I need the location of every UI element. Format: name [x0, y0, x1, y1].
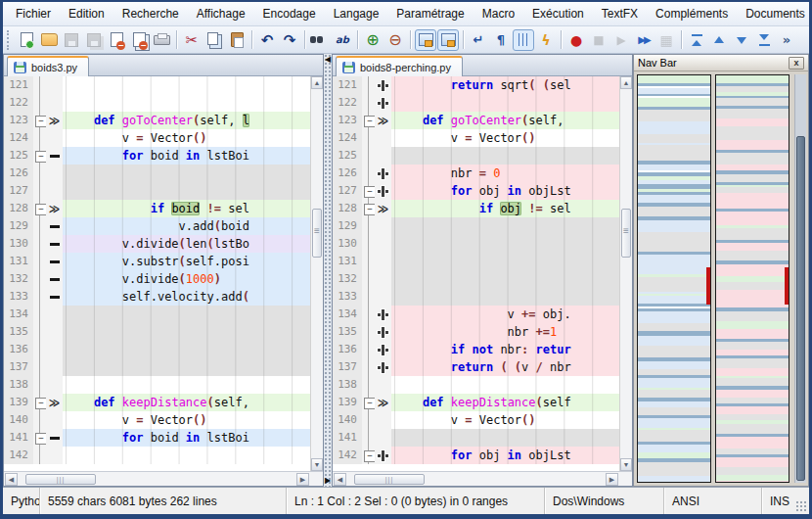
replace-button[interactable]: ab: [332, 29, 353, 51]
fold-collapse-box[interactable]: [362, 112, 375, 129]
code-text[interactable]: [63, 165, 310, 182]
left-hscroll-thumb[interactable]: [25, 474, 96, 485]
fold-collapse-box[interactable]: [362, 447, 375, 464]
menu-item-execution[interactable]: Exécution: [523, 3, 593, 24]
code-text[interactable]: [391, 270, 619, 288]
code-text[interactable]: v += obj.: [391, 306, 619, 323]
code-text[interactable]: [391, 288, 619, 306]
print-button[interactable]: [151, 29, 172, 51]
right-vertical-scrollbar[interactable]: ▲ ▼: [619, 76, 632, 471]
code-text[interactable]: v = Vector(): [391, 411, 619, 429]
code-text[interactable]: [63, 94, 310, 112]
code-text[interactable]: v.add(boid: [63, 217, 310, 235]
code-text[interactable]: [63, 182, 310, 200]
left-vscroll-thumb[interactable]: [312, 209, 322, 258]
scroll-left-arrow[interactable]: ◀: [334, 473, 346, 486]
code-text[interactable]: v = Vector(): [63, 129, 310, 147]
code-text[interactable]: def keepDistance(self: [391, 394, 619, 411]
code-text[interactable]: v = Vector(): [63, 411, 310, 429]
scroll-up-arrow[interactable]: ▲: [620, 76, 632, 89]
code-text[interactable]: [63, 76, 310, 94]
code-text[interactable]: [391, 235, 619, 253]
copy-button[interactable]: [203, 29, 225, 51]
code-text[interactable]: nbr +=1: [391, 323, 619, 341]
run-macro-multiple-button[interactable]: ▶▶: [633, 29, 654, 51]
fold-collapse-box[interactable]: [33, 200, 46, 217]
save-macro-button[interactable]: ▦: [655, 29, 677, 51]
navbar-column-right[interactable]: [715, 74, 789, 483]
fold-collapse-box[interactable]: [33, 394, 46, 411]
compare-next-diff-button[interactable]: [731, 29, 752, 51]
compare-last-diff-button[interactable]: [753, 29, 775, 51]
splitter-collapse-left-icon[interactable]: ◀: [324, 56, 332, 64]
code-text[interactable]: [391, 376, 619, 394]
paste-button[interactable]: [226, 29, 248, 51]
code-text[interactable]: [391, 429, 619, 447]
cut-button[interactable]: ✂: [181, 29, 203, 51]
zoom-in-button[interactable]: ⊕: [362, 29, 383, 51]
close-button[interactable]: [106, 29, 127, 51]
open-file-button[interactable]: [38, 29, 60, 51]
menu-item-documents[interactable]: Documents: [737, 3, 812, 24]
code-text[interactable]: v.substr(self.posi: [63, 253, 310, 270]
left-horizontal-scrollbar[interactable]: ◀ ▶: [4, 471, 323, 486]
code-text[interactable]: [391, 147, 619, 165]
fold-collapse-box[interactable]: [33, 429, 46, 447]
code-text[interactable]: [63, 306, 310, 323]
compare-first-diff-button[interactable]: [686, 29, 707, 51]
code-text[interactable]: nbr = 0: [391, 165, 619, 182]
code-text[interactable]: self.velocity.add(: [63, 288, 310, 306]
sync-vertical-scroll-button[interactable]: [415, 29, 436, 51]
show-all-characters-button[interactable]: ¶: [490, 29, 512, 51]
save-all-button[interactable]: [83, 29, 105, 51]
right-vscroll-thumb[interactable]: [621, 209, 631, 258]
scroll-left-arrow[interactable]: ◀: [5, 473, 18, 486]
redo-button[interactable]: ↷: [279, 29, 300, 51]
tab-boids8-perching[interactable]: boids8-perching.py: [336, 56, 463, 76]
scroll-right-arrow[interactable]: ▶: [606, 473, 618, 486]
code-text[interactable]: v.divide(1000): [63, 270, 310, 288]
sync-horizontal-scroll-button[interactable]: [437, 29, 459, 51]
zoom-out-button[interactable]: ⊖: [384, 29, 406, 51]
code-text[interactable]: [391, 94, 619, 112]
find-button[interactable]: [309, 29, 331, 51]
scroll-down-arrow[interactable]: ▼: [620, 458, 632, 471]
left-editor[interactable]: 121122123 def goToCenter(self, l124 v = …: [4, 76, 323, 471]
code-text[interactable]: [63, 447, 310, 464]
code-text[interactable]: for obj in objLst: [391, 182, 619, 200]
code-text[interactable]: return sqrt( (sel: [391, 76, 619, 94]
right-horizontal-scrollbar[interactable]: ◀ ▶: [333, 471, 632, 486]
menu-item-langage[interactable]: Langage: [325, 3, 388, 24]
code-text[interactable]: v.divide(len(lstBo: [63, 235, 310, 253]
word-wrap-button[interactable]: ↵: [468, 29, 489, 51]
menu-item-fichier[interactable]: Fichier: [7, 3, 60, 24]
code-text[interactable]: [63, 323, 310, 341]
pane-splitter[interactable]: ◀ ▶: [324, 54, 332, 487]
menu-item-macro[interactable]: Macro: [474, 3, 523, 24]
resize-grip[interactable]: [795, 500, 807, 512]
left-vertical-scrollbar[interactable]: ▲ ▼: [310, 76, 323, 471]
code-text[interactable]: if not nbr: retur: [391, 341, 619, 358]
navbar-column-left[interactable]: [637, 74, 711, 483]
scroll-right-arrow[interactable]: ▶: [296, 473, 309, 486]
menu-item-encodage[interactable]: Encodage: [254, 3, 325, 24]
stop-macro-button[interactable]: ■: [588, 29, 609, 51]
indent-guide-button[interactable]: [513, 29, 534, 51]
code-text[interactable]: for boid in lstBoi: [63, 429, 310, 447]
code-text[interactable]: [63, 376, 310, 394]
menu-item-edition[interactable]: Edition: [60, 3, 113, 24]
scroll-up-arrow[interactable]: ▲: [311, 76, 323, 89]
fold-collapse-box[interactable]: [362, 200, 375, 217]
code-text[interactable]: if obj != sel: [391, 200, 619, 217]
right-hscroll-thumb[interactable]: [354, 474, 425, 485]
code-text[interactable]: for obj in objLst: [391, 447, 619, 464]
tab-boids3[interactable]: boids3.py: [7, 56, 89, 76]
menu-item-affichage[interactable]: Affichage: [188, 3, 254, 24]
menu-item-complements[interactable]: Compléments: [647, 3, 737, 24]
code-text[interactable]: if boid != sel: [63, 200, 310, 217]
define-language-button[interactable]: ϟ: [535, 29, 557, 51]
code-text[interactable]: [63, 341, 310, 358]
navbar-scroll-thumb[interactable]: [796, 136, 805, 481]
code-text[interactable]: [63, 358, 310, 376]
menu-item-recherche[interactable]: Recherche: [113, 3, 188, 24]
